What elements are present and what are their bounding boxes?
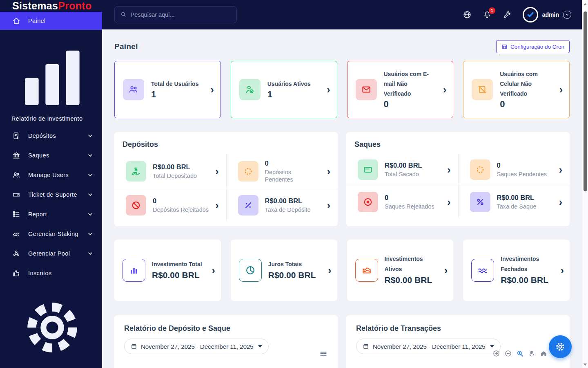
menu-icon[interactable] xyxy=(319,350,327,358)
sidebar-item-ticket-suporte[interactable]: Ticket de Suporte xyxy=(0,185,102,204)
chevron-down-icon xyxy=(87,153,93,158)
gear-icon xyxy=(11,287,93,368)
search-icon xyxy=(120,11,127,18)
sidebar-item-label: Depósitos xyxy=(28,132,56,139)
date-range-value: November 27, 2025 - December 11, 2025 xyxy=(373,343,486,350)
sidebar-item-gerenciar-pool[interactable]: Gerenciar Pool xyxy=(0,244,102,263)
deposits-fee-cell[interactable]: R$0.00 BRL Taxa de Depósito › xyxy=(226,189,338,221)
logo-text-right: Pronto xyxy=(58,0,91,12)
thumbs-up-icon xyxy=(12,269,20,277)
spinner-icon xyxy=(470,159,490,180)
date-range-picker[interactable]: November 27, 2025 - December 11, 2025 xyxy=(356,339,501,354)
deposits-total-cell[interactable]: R$0.00 BRL Total Depositado › xyxy=(114,154,226,189)
users-icon xyxy=(12,171,20,179)
card-investimento-total[interactable]: Investimento Total R$0.00 BRL › xyxy=(114,240,221,301)
cron-button-label: Configuração do Cron xyxy=(510,44,564,50)
calendar-icon xyxy=(363,343,369,350)
card-investimentos-ativos[interactable]: Investimentos Ativos R$0.00 BRL › xyxy=(347,240,454,301)
spinner-icon xyxy=(238,161,258,182)
ban-icon xyxy=(126,195,146,215)
pan-icon[interactable] xyxy=(528,350,536,357)
card-label: Investimentos Fechados xyxy=(501,254,554,274)
stat-value: 0 xyxy=(500,99,552,110)
cron-config-button[interactable]: Configuração do Cron xyxy=(496,40,570,53)
scroll-up-arrow[interactable] xyxy=(584,3,587,5)
chevron-down-icon xyxy=(87,251,93,256)
user-menu[interactable]: admin xyxy=(523,7,571,22)
globe-icon[interactable] xyxy=(463,10,472,19)
cell-value: 0 xyxy=(153,197,209,205)
zoom-select-icon[interactable] xyxy=(516,350,524,357)
withdrawals-fee-cell[interactable]: R$0.00 BRL Taxa de Saque › xyxy=(458,186,570,218)
date-range-picker[interactable]: November 27, 2025 - December 11, 2025 xyxy=(124,339,269,354)
stat-card-usuarios-ativos[interactable]: Usuários Ativos 1 › xyxy=(231,61,337,118)
sidebar-item-painel[interactable]: Painel xyxy=(0,12,102,30)
deposits-rejected-cell[interactable]: 0 Depósitos Rejeitados › xyxy=(114,189,226,221)
wrench-icon[interactable] xyxy=(503,10,512,19)
card-label: Investimentos Ativos xyxy=(385,254,438,274)
reports-row: Relatório de Depósito e Saque November 2… xyxy=(114,315,570,368)
sidebar-item-relatorio-investimento[interactable]: Relatório de Investimento xyxy=(0,30,102,126)
zoom-in-icon[interactable] xyxy=(492,350,500,357)
bank-icon xyxy=(12,151,20,159)
card-value: R$0.00 BRL xyxy=(268,269,321,281)
cell-label: Saques Pendentes xyxy=(497,171,552,178)
topbar: 1 admin xyxy=(102,0,582,29)
settings-fab[interactable] xyxy=(549,335,572,358)
sidebar-item-depositos[interactable]: Depósitos xyxy=(0,126,102,146)
stat-label: Usuários Ativos xyxy=(267,79,320,89)
users-group-icon xyxy=(123,79,144,100)
report-deposito-saque: Relatório de Depósito e Saque November 2… xyxy=(114,315,338,368)
credit-card-icon xyxy=(358,159,378,180)
deposits-pending-cell[interactable]: 0 Depósitos Pendentes › xyxy=(226,154,338,189)
reset-home-icon[interactable] xyxy=(540,350,548,357)
withdrawals-title: Saques xyxy=(346,140,570,154)
sidebar-item-label: Saques xyxy=(28,152,49,159)
search-box[interactable] xyxy=(114,6,237,23)
app-logo[interactable]: SistemasPronto xyxy=(0,0,102,12)
bar-chart-icon xyxy=(11,34,93,115)
stat-card-total-usuarios[interactable]: Total de Usuários 1 › xyxy=(114,61,221,118)
sidebar-item-saques[interactable]: Saques xyxy=(0,146,102,165)
sidebar-item-inscritos[interactable]: Inscritos xyxy=(0,263,102,283)
sidebar-item-label: Inscritos xyxy=(28,270,52,276)
stat-card-email-nao-verificado[interactable]: Usuários com E-mail Não Verificado 0 › xyxy=(347,61,454,118)
search-input[interactable] xyxy=(131,11,231,18)
chevron-right-icon: › xyxy=(327,85,330,95)
chevron-right-icon: › xyxy=(215,166,218,177)
withdrawals-rejected-cell[interactable]: 0 Saques Rejeitados › xyxy=(346,186,458,218)
sidebar-item-manage-users[interactable]: Manage Users xyxy=(0,165,102,185)
sidebar-item-label: Gerenciar Staking xyxy=(28,231,78,237)
cell-label: Depósitos Rejeitados xyxy=(153,206,209,213)
scrollbar-thumb[interactable] xyxy=(584,11,587,191)
report-title: Relatório de Depósito e Saque xyxy=(124,324,328,333)
sidebar-item-gerenciar-staking[interactable]: Gerenciar Staking xyxy=(0,224,102,244)
date-range-value: November 27, 2025 - December 11, 2025 xyxy=(141,343,254,350)
page-scrollbar[interactable] xyxy=(582,0,588,368)
card-juros-totais[interactable]: Juros Totais R$0.00 BRL › xyxy=(231,240,337,301)
chevron-right-icon: › xyxy=(561,265,564,276)
stat-card-celular-nao-verificado[interactable]: Usuários com Celular Não Verificado 0 › xyxy=(463,61,570,118)
chevron-right-icon: › xyxy=(443,85,446,95)
home-icon xyxy=(12,17,20,25)
page-title: Painel xyxy=(114,42,138,51)
zoom-out-icon[interactable] xyxy=(504,350,512,357)
bell-icon[interactable]: 1 xyxy=(483,10,492,19)
withdrawals-total-cell[interactable]: R$0.00 BRL Total Sacado › xyxy=(346,154,458,186)
chevron-down-icon xyxy=(87,172,93,178)
sidebar-item-report[interactable]: Report xyxy=(0,204,102,224)
chevron-right-icon: › xyxy=(559,85,563,95)
invoice-dollar-icon xyxy=(12,132,20,140)
card-investimentos-fechados[interactable]: Investimentos Fechados R$0.00 BRL › xyxy=(463,240,570,301)
waves-icon xyxy=(471,259,494,282)
cell-label: Total Depositado xyxy=(153,172,209,180)
chevron-right-icon: › xyxy=(444,265,448,276)
sidebar-item-label: Manage Users xyxy=(28,172,69,178)
chevron-right-icon: › xyxy=(447,165,450,175)
sidebar-item-configuracao-sistema[interactable]: Configuração do Sistema xyxy=(0,283,102,368)
withdrawals-pending-cell[interactable]: 0 Saques Pendentes › xyxy=(458,154,570,186)
scroll-down-arrow[interactable] xyxy=(584,364,587,366)
chevron-right-icon: › xyxy=(215,200,218,211)
stat-value: 0 xyxy=(384,99,436,110)
cell-label: Taxa de Depósito xyxy=(265,206,321,213)
